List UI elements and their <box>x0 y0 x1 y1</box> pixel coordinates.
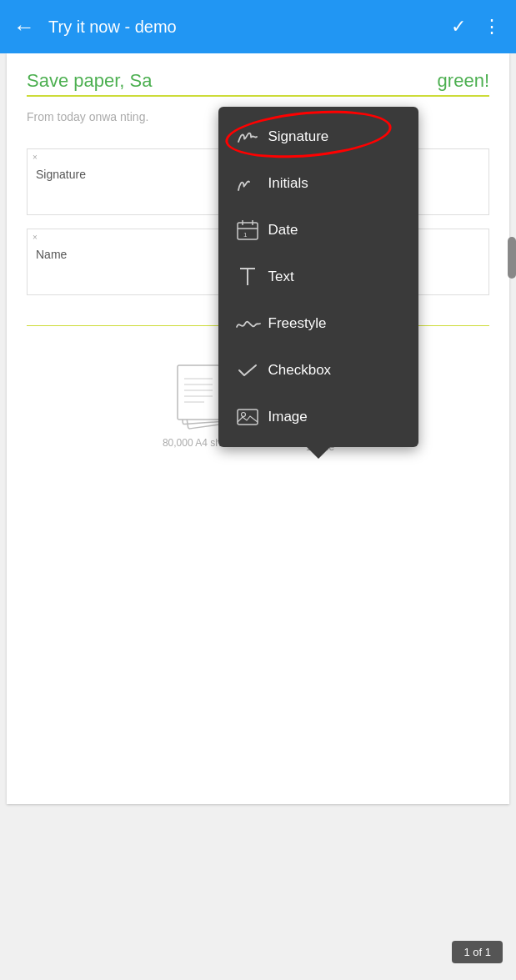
menu-item-signature[interactable]: Signature <box>218 113 418 160</box>
svg-rect-2 <box>178 365 219 420</box>
menu-item-checkbox[interactable]: Checkbox <box>218 347 418 394</box>
freestyle-icon <box>235 312 268 335</box>
more-button[interactable]: ⋮ <box>483 16 503 38</box>
dropdown-menu: Signature Initials <box>218 107 418 447</box>
svg-rect-12 <box>238 223 258 239</box>
signature-icon <box>235 125 268 148</box>
scrollbar[interactable] <box>508 237 516 279</box>
menu-label-date: Date <box>268 222 298 239</box>
page-indicator: 1 of 1 <box>452 941 503 963</box>
menu-label-checkbox: Checkbox <box>268 362 332 379</box>
checkbox-icon <box>235 359 268 382</box>
menu-label-freestyle: Freestyle <box>268 315 327 332</box>
name-field-label: Name <box>36 239 244 261</box>
text-icon <box>235 265 268 289</box>
menu-item-text[interactable]: Text <box>218 254 418 300</box>
field-x-name: × <box>33 233 38 242</box>
content-area: Save paper, Sa green! From today onwa nt… <box>0 53 516 980</box>
app-header: ← Try it now - demo ✓ ⋮ <box>0 0 516 53</box>
menu-item-freestyle[interactable]: Freestyle <box>218 300 418 347</box>
menu-label-initials: Initials <box>268 175 308 192</box>
menu-label-image: Image <box>268 409 308 425</box>
dropdown-overlay: Signature Initials <box>218 107 418 447</box>
back-button[interactable]: ← <box>13 14 35 40</box>
menu-label-signature: Signature <box>268 128 329 145</box>
svg-point-20 <box>241 413 245 417</box>
doc-headline: Save paper, Sa green! <box>27 70 489 92</box>
menu-item-date[interactable]: 1 Date <box>218 207 418 254</box>
check-button[interactable]: ✓ <box>451 16 466 38</box>
doc-underline <box>27 95 489 97</box>
date-icon: 1 <box>235 219 268 242</box>
initials-icon <box>235 172 268 195</box>
menu-item-image[interactable]: Image <box>218 394 418 440</box>
svg-rect-19 <box>238 410 258 425</box>
svg-text:1: 1 <box>243 231 248 239</box>
image-icon <box>235 405 268 429</box>
field-x-signature: × <box>33 153 38 162</box>
menu-item-initials[interactable]: Initials <box>218 160 418 207</box>
header-title: Try it now - demo <box>48 18 451 37</box>
menu-label-text: Text <box>268 269 294 285</box>
